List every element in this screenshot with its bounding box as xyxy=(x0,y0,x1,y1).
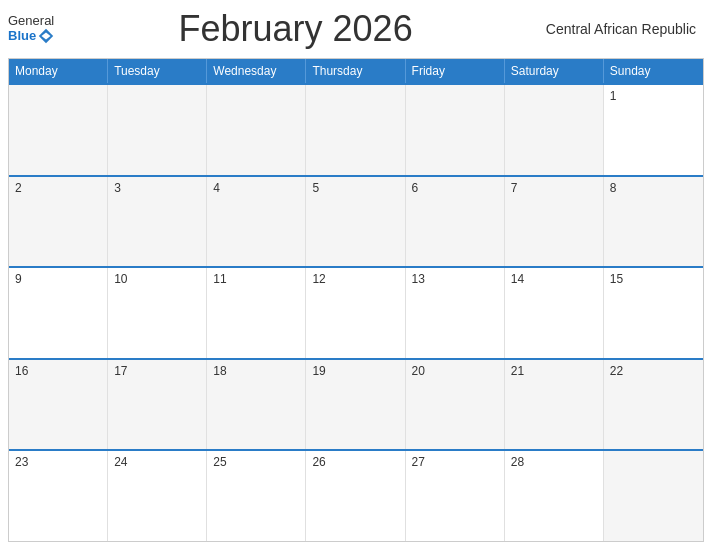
day-cell xyxy=(505,85,604,175)
day-cell: 3 xyxy=(108,177,207,267)
day-cell: 27 xyxy=(406,451,505,541)
day-cell: 23 xyxy=(9,451,108,541)
day-number: 19 xyxy=(312,364,398,378)
day-number: 10 xyxy=(114,272,200,286)
day-cell: 5 xyxy=(306,177,405,267)
day-number: 24 xyxy=(114,455,200,469)
day-cell: 6 xyxy=(406,177,505,267)
day-number: 8 xyxy=(610,181,697,195)
logo-blue-text: Blue xyxy=(8,29,36,42)
day-cell: 26 xyxy=(306,451,405,541)
day-cell: 9 xyxy=(9,268,108,358)
day-header-friday: Friday xyxy=(406,59,505,83)
day-number: 12 xyxy=(312,272,398,286)
day-cell: 2 xyxy=(9,177,108,267)
day-number: 7 xyxy=(511,181,597,195)
day-number: 5 xyxy=(312,181,398,195)
day-cell: 20 xyxy=(406,360,505,450)
day-cell: 8 xyxy=(604,177,703,267)
logo-icon xyxy=(37,27,55,45)
week-row-5: 232425262728 xyxy=(9,449,703,541)
day-number: 16 xyxy=(15,364,101,378)
day-number: 2 xyxy=(15,181,101,195)
day-cell: 11 xyxy=(207,268,306,358)
day-cell: 10 xyxy=(108,268,207,358)
day-cell: 12 xyxy=(306,268,405,358)
day-number: 11 xyxy=(213,272,299,286)
week-row-1: 1 xyxy=(9,83,703,175)
day-cell: 13 xyxy=(406,268,505,358)
day-cell: 17 xyxy=(108,360,207,450)
day-cell: 25 xyxy=(207,451,306,541)
day-number: 13 xyxy=(412,272,498,286)
day-cell: 1 xyxy=(604,85,703,175)
day-cell: 22 xyxy=(604,360,703,450)
day-number: 3 xyxy=(114,181,200,195)
day-number: 4 xyxy=(213,181,299,195)
day-header-monday: Monday xyxy=(9,59,108,83)
day-cell xyxy=(108,85,207,175)
day-number: 14 xyxy=(511,272,597,286)
day-cell xyxy=(604,451,703,541)
day-number: 23 xyxy=(15,455,101,469)
week-row-3: 9101112131415 xyxy=(9,266,703,358)
day-headers: MondayTuesdayWednesdayThursdayFridaySatu… xyxy=(9,59,703,83)
day-cell: 21 xyxy=(505,360,604,450)
logo: General Blue xyxy=(8,14,55,45)
day-cell xyxy=(406,85,505,175)
day-cell: 4 xyxy=(207,177,306,267)
day-cell: 18 xyxy=(207,360,306,450)
day-cell xyxy=(207,85,306,175)
week-row-4: 16171819202122 xyxy=(9,358,703,450)
calendar-wrapper: General Blue February 2026 Central Afric… xyxy=(0,0,712,550)
day-header-tuesday: Tuesday xyxy=(108,59,207,83)
week-row-2: 2345678 xyxy=(9,175,703,267)
day-number: 21 xyxy=(511,364,597,378)
day-number: 20 xyxy=(412,364,498,378)
day-number: 28 xyxy=(511,455,597,469)
day-cell: 7 xyxy=(505,177,604,267)
day-cell: 15 xyxy=(604,268,703,358)
day-number: 25 xyxy=(213,455,299,469)
day-cell: 28 xyxy=(505,451,604,541)
day-number: 22 xyxy=(610,364,697,378)
day-cell: 16 xyxy=(9,360,108,450)
day-cell xyxy=(9,85,108,175)
day-header-wednesday: Wednesday xyxy=(207,59,306,83)
day-number: 27 xyxy=(412,455,498,469)
weeks: 1234567891011121314151617181920212223242… xyxy=(9,83,703,541)
calendar-header: General Blue February 2026 Central Afric… xyxy=(0,0,712,58)
day-cell xyxy=(306,85,405,175)
day-number: 15 xyxy=(610,272,697,286)
day-cell: 19 xyxy=(306,360,405,450)
day-number: 18 xyxy=(213,364,299,378)
day-number: 1 xyxy=(610,89,697,103)
calendar-grid: MondayTuesdayWednesdayThursdayFridaySatu… xyxy=(8,58,704,542)
day-number: 17 xyxy=(114,364,200,378)
day-header-thursday: Thursday xyxy=(306,59,405,83)
day-header-saturday: Saturday xyxy=(505,59,604,83)
country-name: Central African Republic xyxy=(536,21,696,37)
day-number: 6 xyxy=(412,181,498,195)
day-cell: 14 xyxy=(505,268,604,358)
day-header-sunday: Sunday xyxy=(604,59,703,83)
day-cell: 24 xyxy=(108,451,207,541)
month-title: February 2026 xyxy=(55,8,536,50)
logo-general-text: General xyxy=(8,14,55,27)
day-number: 26 xyxy=(312,455,398,469)
day-number: 9 xyxy=(15,272,101,286)
